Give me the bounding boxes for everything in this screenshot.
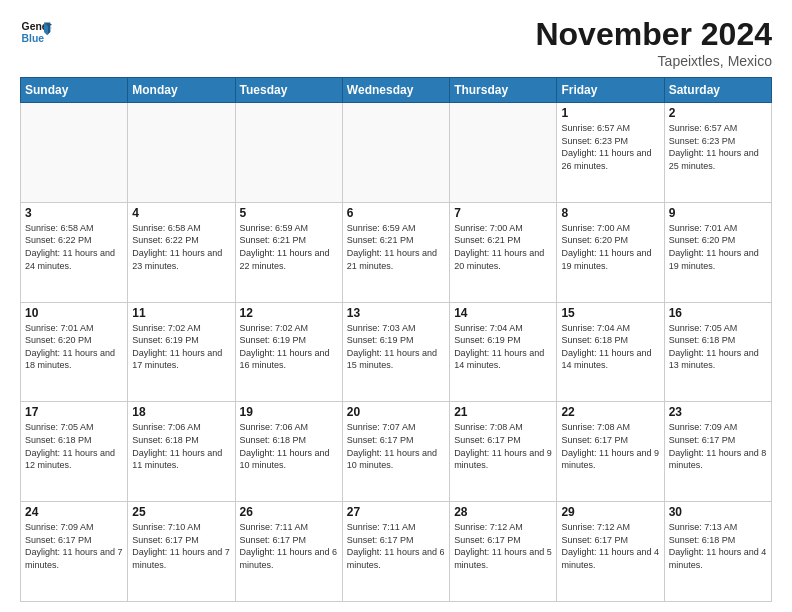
table-row: 18Sunrise: 7:06 AM Sunset: 6:18 PM Dayli… xyxy=(128,402,235,502)
table-row: 15Sunrise: 7:04 AM Sunset: 6:18 PM Dayli… xyxy=(557,302,664,402)
table-row: 7Sunrise: 7:00 AM Sunset: 6:21 PM Daylig… xyxy=(450,202,557,302)
header-monday: Monday xyxy=(128,78,235,103)
day-detail: Sunrise: 7:11 AM Sunset: 6:17 PM Dayligh… xyxy=(240,521,338,571)
page: General Blue General Blue November 2024 … xyxy=(0,0,792,612)
table-row: 13Sunrise: 7:03 AM Sunset: 6:19 PM Dayli… xyxy=(342,302,449,402)
table-row: 3Sunrise: 6:58 AM Sunset: 6:22 PM Daylig… xyxy=(21,202,128,302)
day-detail: Sunrise: 7:00 AM Sunset: 6:21 PM Dayligh… xyxy=(454,222,552,272)
week-row-5: 24Sunrise: 7:09 AM Sunset: 6:17 PM Dayli… xyxy=(21,502,772,602)
header-friday: Friday xyxy=(557,78,664,103)
day-number: 24 xyxy=(25,505,123,519)
day-detail: Sunrise: 7:00 AM Sunset: 6:20 PM Dayligh… xyxy=(561,222,659,272)
day-detail: Sunrise: 6:58 AM Sunset: 6:22 PM Dayligh… xyxy=(132,222,230,272)
title-block: November 2024 Tapeixtles, Mexico xyxy=(535,16,772,69)
day-detail: Sunrise: 7:05 AM Sunset: 6:18 PM Dayligh… xyxy=(25,421,123,471)
location: Tapeixtles, Mexico xyxy=(535,53,772,69)
day-number: 14 xyxy=(454,306,552,320)
table-row: 8Sunrise: 7:00 AM Sunset: 6:20 PM Daylig… xyxy=(557,202,664,302)
header-saturday: Saturday xyxy=(664,78,771,103)
day-detail: Sunrise: 7:09 AM Sunset: 6:17 PM Dayligh… xyxy=(669,421,767,471)
week-row-1: 1Sunrise: 6:57 AM Sunset: 6:23 PM Daylig… xyxy=(21,103,772,203)
day-number: 10 xyxy=(25,306,123,320)
day-number: 6 xyxy=(347,206,445,220)
table-row xyxy=(235,103,342,203)
header-tuesday: Tuesday xyxy=(235,78,342,103)
day-detail: Sunrise: 6:59 AM Sunset: 6:21 PM Dayligh… xyxy=(240,222,338,272)
table-row: 23Sunrise: 7:09 AM Sunset: 6:17 PM Dayli… xyxy=(664,402,771,502)
day-number: 22 xyxy=(561,405,659,419)
day-number: 11 xyxy=(132,306,230,320)
header-sunday: Sunday xyxy=(21,78,128,103)
day-number: 20 xyxy=(347,405,445,419)
logo: General Blue General Blue xyxy=(20,16,52,48)
day-detail: Sunrise: 7:07 AM Sunset: 6:17 PM Dayligh… xyxy=(347,421,445,471)
table-row: 24Sunrise: 7:09 AM Sunset: 6:17 PM Dayli… xyxy=(21,502,128,602)
day-detail: Sunrise: 7:04 AM Sunset: 6:18 PM Dayligh… xyxy=(561,322,659,372)
week-row-2: 3Sunrise: 6:58 AM Sunset: 6:22 PM Daylig… xyxy=(21,202,772,302)
day-number: 21 xyxy=(454,405,552,419)
table-row xyxy=(128,103,235,203)
day-number: 7 xyxy=(454,206,552,220)
day-detail: Sunrise: 7:12 AM Sunset: 6:17 PM Dayligh… xyxy=(561,521,659,571)
day-detail: Sunrise: 7:03 AM Sunset: 6:19 PM Dayligh… xyxy=(347,322,445,372)
day-number: 15 xyxy=(561,306,659,320)
day-number: 5 xyxy=(240,206,338,220)
day-number: 16 xyxy=(669,306,767,320)
day-detail: Sunrise: 7:05 AM Sunset: 6:18 PM Dayligh… xyxy=(669,322,767,372)
calendar-table: Sunday Monday Tuesday Wednesday Thursday… xyxy=(20,77,772,602)
day-detail: Sunrise: 6:57 AM Sunset: 6:23 PM Dayligh… xyxy=(561,122,659,172)
header-thursday: Thursday xyxy=(450,78,557,103)
table-row: 21Sunrise: 7:08 AM Sunset: 6:17 PM Dayli… xyxy=(450,402,557,502)
day-detail: Sunrise: 6:57 AM Sunset: 6:23 PM Dayligh… xyxy=(669,122,767,172)
day-number: 13 xyxy=(347,306,445,320)
day-detail: Sunrise: 6:58 AM Sunset: 6:22 PM Dayligh… xyxy=(25,222,123,272)
logo-icon: General Blue xyxy=(20,16,52,48)
table-row: 10Sunrise: 7:01 AM Sunset: 6:20 PM Dayli… xyxy=(21,302,128,402)
day-detail: Sunrise: 7:06 AM Sunset: 6:18 PM Dayligh… xyxy=(132,421,230,471)
day-number: 9 xyxy=(669,206,767,220)
table-row: 29Sunrise: 7:12 AM Sunset: 6:17 PM Dayli… xyxy=(557,502,664,602)
day-detail: Sunrise: 7:13 AM Sunset: 6:18 PM Dayligh… xyxy=(669,521,767,571)
day-number: 1 xyxy=(561,106,659,120)
day-detail: Sunrise: 7:06 AM Sunset: 6:18 PM Dayligh… xyxy=(240,421,338,471)
table-row: 11Sunrise: 7:02 AM Sunset: 6:19 PM Dayli… xyxy=(128,302,235,402)
table-row: 26Sunrise: 7:11 AM Sunset: 6:17 PM Dayli… xyxy=(235,502,342,602)
day-detail: Sunrise: 6:59 AM Sunset: 6:21 PM Dayligh… xyxy=(347,222,445,272)
svg-text:Blue: Blue xyxy=(22,33,45,44)
table-row: 9Sunrise: 7:01 AM Sunset: 6:20 PM Daylig… xyxy=(664,202,771,302)
month-title: November 2024 xyxy=(535,16,772,53)
day-number: 19 xyxy=(240,405,338,419)
day-number: 8 xyxy=(561,206,659,220)
day-detail: Sunrise: 7:04 AM Sunset: 6:19 PM Dayligh… xyxy=(454,322,552,372)
table-row: 1Sunrise: 6:57 AM Sunset: 6:23 PM Daylig… xyxy=(557,103,664,203)
table-row: 5Sunrise: 6:59 AM Sunset: 6:21 PM Daylig… xyxy=(235,202,342,302)
table-row xyxy=(342,103,449,203)
table-row xyxy=(450,103,557,203)
table-row: 17Sunrise: 7:05 AM Sunset: 6:18 PM Dayli… xyxy=(21,402,128,502)
day-detail: Sunrise: 7:01 AM Sunset: 6:20 PM Dayligh… xyxy=(25,322,123,372)
day-number: 12 xyxy=(240,306,338,320)
table-row: 2Sunrise: 6:57 AM Sunset: 6:23 PM Daylig… xyxy=(664,103,771,203)
day-number: 4 xyxy=(132,206,230,220)
calendar-header-row: Sunday Monday Tuesday Wednesday Thursday… xyxy=(21,78,772,103)
table-row: 19Sunrise: 7:06 AM Sunset: 6:18 PM Dayli… xyxy=(235,402,342,502)
day-number: 26 xyxy=(240,505,338,519)
header-wednesday: Wednesday xyxy=(342,78,449,103)
day-number: 23 xyxy=(669,405,767,419)
table-row: 14Sunrise: 7:04 AM Sunset: 6:19 PM Dayli… xyxy=(450,302,557,402)
table-row xyxy=(21,103,128,203)
table-row: 16Sunrise: 7:05 AM Sunset: 6:18 PM Dayli… xyxy=(664,302,771,402)
day-number: 28 xyxy=(454,505,552,519)
table-row: 12Sunrise: 7:02 AM Sunset: 6:19 PM Dayli… xyxy=(235,302,342,402)
day-number: 2 xyxy=(669,106,767,120)
day-detail: Sunrise: 7:02 AM Sunset: 6:19 PM Dayligh… xyxy=(240,322,338,372)
table-row: 22Sunrise: 7:08 AM Sunset: 6:17 PM Dayli… xyxy=(557,402,664,502)
day-detail: Sunrise: 7:10 AM Sunset: 6:17 PM Dayligh… xyxy=(132,521,230,571)
table-row: 27Sunrise: 7:11 AM Sunset: 6:17 PM Dayli… xyxy=(342,502,449,602)
table-row: 6Sunrise: 6:59 AM Sunset: 6:21 PM Daylig… xyxy=(342,202,449,302)
day-detail: Sunrise: 7:01 AM Sunset: 6:20 PM Dayligh… xyxy=(669,222,767,272)
table-row: 25Sunrise: 7:10 AM Sunset: 6:17 PM Dayli… xyxy=(128,502,235,602)
day-number: 17 xyxy=(25,405,123,419)
header: General Blue General Blue November 2024 … xyxy=(20,16,772,69)
day-number: 25 xyxy=(132,505,230,519)
